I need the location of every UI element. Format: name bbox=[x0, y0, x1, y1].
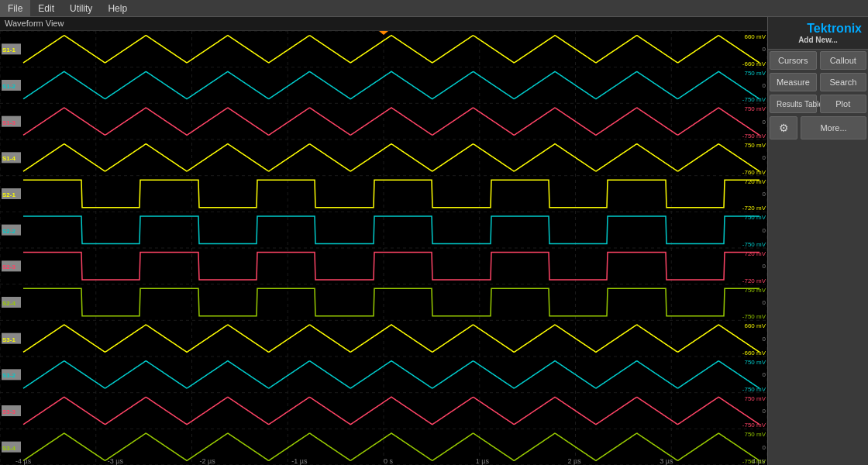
menu-file[interactable]: File bbox=[0, 0, 30, 17]
settings-icon[interactable]: ⚙ bbox=[770, 116, 797, 140]
menu-edit[interactable]: Edit bbox=[30, 0, 62, 17]
measure-search-row: Measure Search bbox=[768, 71, 868, 93]
results-table-button[interactable]: Results Table bbox=[770, 95, 817, 113]
waveform-canvas bbox=[0, 31, 767, 465]
cursors-callout-row: Cursors Callout bbox=[768, 50, 868, 71]
callout-button[interactable]: Callout bbox=[820, 51, 867, 70]
results-plot-row: Results Table Plot bbox=[768, 93, 868, 115]
menu-utility[interactable]: Utility bbox=[62, 0, 100, 17]
tektronix-logo: Tektronix Add New... bbox=[768, 17, 868, 50]
measure-button[interactable]: Measure bbox=[770, 73, 817, 91]
waveform-title: Waveform View bbox=[0, 17, 767, 31]
menubar: File Edit Utility Help bbox=[0, 0, 868, 17]
waveform-view[interactable] bbox=[0, 31, 767, 465]
waveform-container: Waveform View bbox=[0, 17, 767, 465]
more-button[interactable]: More... bbox=[801, 116, 866, 140]
search-button[interactable]: Search bbox=[820, 73, 866, 91]
right-panel: Tektronix Add New... Cursors Callout Mea… bbox=[767, 17, 868, 465]
menu-help[interactable]: Help bbox=[100, 0, 135, 17]
icon-more-row: ⚙ More... bbox=[768, 115, 868, 141]
cursors-button[interactable]: Cursors bbox=[770, 51, 817, 70]
logo-text: Tektronix bbox=[807, 22, 862, 35]
add-new-label: Add New... bbox=[774, 36, 862, 44]
main-layout: Waveform View Tektronix Add New... Curso… bbox=[0, 17, 868, 465]
plot-button[interactable]: Plot bbox=[820, 95, 867, 113]
